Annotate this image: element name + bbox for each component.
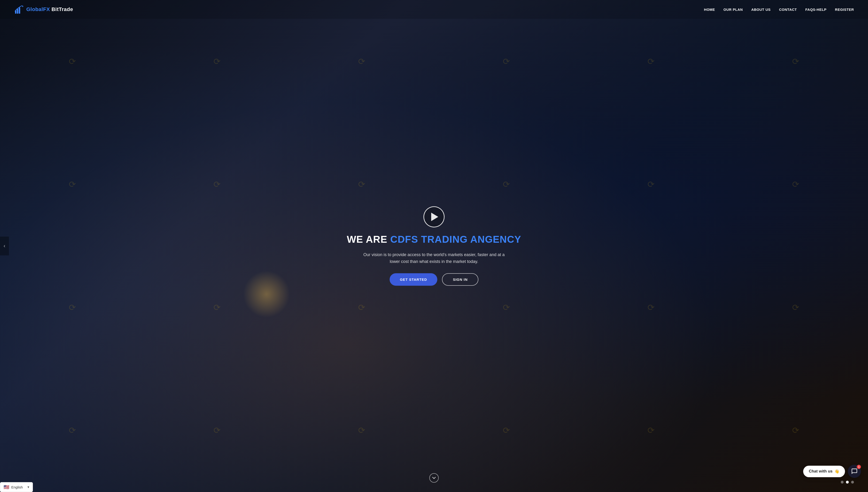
main-nav: HOME OUR PLAN ABOUT US CONTACT FAQS-HELP… [704, 7, 854, 11]
slide-dot-0[interactable] [841, 481, 844, 484]
hero-section: ⟳ ⟳ ⟳ ⟳ ⟳ ⟳ ⟳ ⟳ ⟳ ⟳ ⟳ ⟳ ⟳ ⟳ ⟳ ⟳ ⟳ ⟳ ⟳ ⟳ … [0, 0, 868, 492]
hero-buttons: GET STARTED SIGN IN [390, 273, 479, 286]
hero-title: WE ARE CDFS TRADING ANGENCY [347, 234, 521, 245]
chat-widget: Chat with us 👋 1 [803, 465, 861, 478]
language-label: English [11, 485, 23, 489]
slide-dot-1[interactable] [846, 481, 849, 484]
logo-text: GlobalFX BitTrade [26, 6, 73, 13]
nav-contact[interactable]: CONTACT [779, 7, 797, 11]
nav-register[interactable]: REGISTER [835, 7, 854, 11]
svg-rect-3 [19, 7, 20, 14]
chat-icon [851, 468, 858, 475]
prev-slide-button[interactable]: ‹ [0, 237, 9, 255]
sign-in-button[interactable]: SIGN IN [442, 273, 478, 286]
hero-subtitle: Our vision is to provide access to the w… [359, 251, 509, 265]
hero-content: WE ARE CDFS TRADING ANGENCY Our vision i… [342, 202, 526, 291]
chevron-down-icon: ▾ [27, 485, 29, 489]
chat-icon-button[interactable]: 1 [848, 465, 861, 478]
language-flag: 🇺🇸 [3, 484, 9, 490]
nav-home[interactable]: HOME [704, 7, 715, 11]
play-button[interactable] [424, 206, 444, 227]
nav-faqs-help[interactable]: FAQS-HELP [805, 7, 826, 11]
svg-rect-2 [17, 9, 18, 14]
chat-bubble-text: Chat with us [809, 469, 833, 474]
chat-bubble[interactable]: Chat with us 👋 [803, 466, 845, 477]
get-started-button[interactable]: GET STARTED [390, 273, 437, 286]
slider-dots [841, 481, 854, 484]
scroll-down-button[interactable] [429, 473, 439, 483]
chat-wave-emoji: 👋 [835, 469, 839, 474]
logo[interactable]: GlobalFX BitTrade [14, 4, 73, 15]
site-header: GlobalFX BitTrade HOME OUR PLAN ABOUT US… [0, 0, 868, 19]
nav-about-us[interactable]: ABOUT US [751, 7, 770, 11]
chat-notification-badge: 1 [857, 465, 861, 469]
nav-our-plan[interactable]: OUR PLAN [723, 7, 743, 11]
language-selector[interactable]: 🇺🇸 English ▾ [0, 482, 33, 492]
play-icon [431, 213, 438, 221]
slide-dot-2[interactable] [851, 481, 854, 484]
